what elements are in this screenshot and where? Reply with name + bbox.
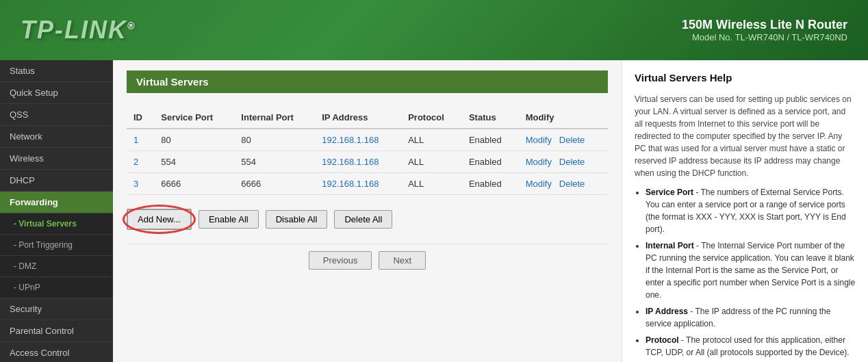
sidebar-item-network[interactable]: Network bbox=[0, 126, 113, 148]
help-title: Virtual Servers Help bbox=[635, 70, 856, 86]
row-status: Enabled bbox=[462, 173, 519, 195]
row-ip-address: 192.168.1.168 bbox=[315, 173, 401, 195]
previous-button[interactable]: Previous bbox=[309, 251, 372, 270]
help-list-item: Protocol - The protocol used for this ap… bbox=[646, 334, 856, 359]
col-ip-address: IP Address bbox=[315, 107, 401, 129]
sidebar-item-qss[interactable]: QSS bbox=[0, 104, 113, 126]
pagination-row: Previous Next bbox=[127, 244, 608, 270]
sidebar-item-virtual-servers[interactable]: - Virtual Servers bbox=[0, 214, 113, 235]
modify-link[interactable]: Modify bbox=[526, 179, 552, 189]
row-internal-port: 80 bbox=[234, 129, 315, 151]
sidebar-item-forwarding[interactable]: Forwarding bbox=[0, 192, 113, 214]
delete-link[interactable]: Delete bbox=[559, 157, 585, 167]
sidebar-item-upnp[interactable]: - UPnP bbox=[0, 277, 113, 298]
sidebar-item-dmz[interactable]: - DMZ bbox=[0, 256, 113, 277]
help-list-item: Internal Port - The Internal Service Por… bbox=[646, 240, 856, 301]
sidebar-item-wireless[interactable]: Wireless bbox=[0, 148, 113, 170]
router-info: 150M Wireless Lite N Router Model No. TL… bbox=[682, 18, 847, 42]
row-protocol: ALL bbox=[401, 129, 462, 151]
enable-all-button[interactable]: Enable All bbox=[199, 210, 259, 229]
logo-registered: ® bbox=[127, 21, 136, 31]
sidebar-item-access-control[interactable]: Access Control bbox=[0, 342, 113, 362]
row-modify-cell: Modify Delete bbox=[519, 151, 608, 173]
row-id: 2 bbox=[127, 151, 154, 173]
help-list-item: IP Address - The IP address of the PC ru… bbox=[646, 305, 856, 330]
router-name: 150M Wireless Lite N Router bbox=[682, 18, 847, 32]
add-new-button[interactable]: Add New... bbox=[127, 209, 192, 230]
next-button[interactable]: Next bbox=[379, 251, 426, 270]
model-number: Model No. TL-WR740N / TL-WR740ND bbox=[682, 32, 847, 42]
delete-link[interactable]: Delete bbox=[559, 135, 585, 145]
row-ip-address: 192.168.1.168 bbox=[315, 151, 401, 173]
row-id: 1 bbox=[127, 129, 154, 151]
help-list-item: Service Port - The numbers of External S… bbox=[646, 186, 856, 235]
sidebar-item-quick-setup[interactable]: Quick Setup bbox=[0, 82, 113, 104]
row-internal-port: 6666 bbox=[234, 173, 315, 195]
table-row: 1 80 80 192.168.1.168 ALL Enabled Modify… bbox=[127, 129, 608, 151]
sidebar: Status Quick Setup QSS Network Wireless … bbox=[0, 60, 113, 362]
col-modify: Modify bbox=[519, 107, 608, 129]
sidebar-item-status[interactable]: Status bbox=[0, 60, 113, 82]
main-layout: Status Quick Setup QSS Network Wireless … bbox=[0, 60, 868, 362]
help-intro: Virtual servers can be used for setting … bbox=[635, 93, 856, 179]
modify-link[interactable]: Modify bbox=[526, 135, 552, 145]
sidebar-item-parental-control[interactable]: Parental Control bbox=[0, 320, 113, 342]
row-internal-port: 554 bbox=[234, 151, 315, 173]
help-panel: Virtual Servers Help Virtual servers can… bbox=[622, 60, 868, 362]
disable-all-button[interactable]: Disable All bbox=[266, 210, 328, 229]
content-area: Virtual Servers ID Service Port Internal… bbox=[113, 60, 622, 362]
row-modify-cell: Modify Delete bbox=[519, 129, 608, 151]
help-list: Service Port - The numbers of External S… bbox=[635, 186, 856, 363]
modify-link[interactable]: Modify bbox=[526, 157, 552, 167]
row-service-port: 80 bbox=[154, 129, 234, 151]
col-protocol: Protocol bbox=[401, 107, 462, 129]
delete-link[interactable]: Delete bbox=[559, 179, 585, 189]
virtual-servers-table: ID Service Port Internal Port IP Address… bbox=[127, 107, 608, 195]
row-modify-cell: Modify Delete bbox=[519, 173, 608, 195]
col-internal-port: Internal Port bbox=[234, 107, 315, 129]
delete-all-button[interactable]: Delete All bbox=[334, 210, 392, 229]
sidebar-item-dhcp[interactable]: DHCP bbox=[0, 170, 113, 192]
row-protocol: ALL bbox=[401, 173, 462, 195]
page-title: Virtual Servers bbox=[127, 70, 608, 93]
row-protocol: ALL bbox=[401, 151, 462, 173]
logo-text: TP-LINK bbox=[21, 16, 127, 44]
row-id: 3 bbox=[127, 173, 154, 195]
table-row: 3 6666 6666 192.168.1.168 ALL Enabled Mo… bbox=[127, 173, 608, 195]
col-status: Status bbox=[462, 107, 519, 129]
row-status: Enabled bbox=[462, 151, 519, 173]
action-buttons-row: Add New... Enable All Disable All Delete… bbox=[127, 209, 608, 230]
logo: TP-LINK® bbox=[21, 16, 136, 44]
col-service-port: Service Port bbox=[154, 107, 234, 129]
row-service-port: 6666 bbox=[154, 173, 234, 195]
header: TP-LINK® 150M Wireless Lite N Router Mod… bbox=[0, 0, 868, 60]
sidebar-item-security[interactable]: Security bbox=[0, 298, 113, 320]
col-id: ID bbox=[127, 107, 154, 129]
row-service-port: 554 bbox=[154, 151, 234, 173]
table-row: 2 554 554 192.168.1.168 ALL Enabled Modi… bbox=[127, 151, 608, 173]
row-status: Enabled bbox=[462, 129, 519, 151]
row-ip-address: 192.168.1.168 bbox=[315, 129, 401, 151]
sidebar-item-port-triggering[interactable]: - Port Triggering bbox=[0, 235, 113, 256]
